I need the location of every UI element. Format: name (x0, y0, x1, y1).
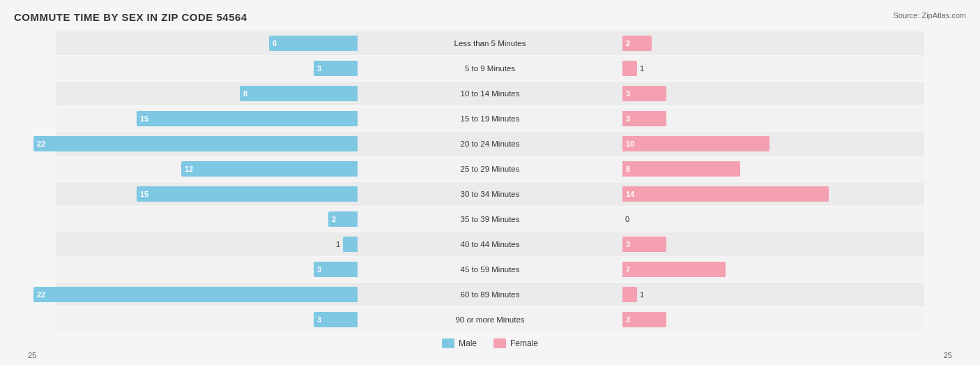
bottom-row: 25 Male Female 25 (14, 338, 966, 359)
center-label: 40 to 44 Minutes (424, 240, 556, 248)
male-value-inside: 8 (243, 89, 247, 98)
male-bar: 3 (314, 61, 358, 76)
bars-area: 6 Less than 5 Minutes 2 (14, 31, 966, 332)
male-value-inside: 6 (273, 39, 277, 47)
row-inner: 3 45 to 59 Minutes 7 (56, 258, 924, 281)
right-section: 14 (622, 186, 829, 202)
male-bar: 12 (181, 161, 358, 177)
male-value-inside: 12 (185, 165, 193, 173)
center-label: 90 or more Minutes (424, 315, 556, 324)
right-section: 8 (622, 161, 740, 177)
male-bar (343, 237, 358, 252)
left-section: 2 (0, 211, 358, 227)
right-section: 3 (622, 237, 666, 252)
row-inner: 3 5 to 9 Minutes 1 (56, 57, 924, 80)
left-section: 3 (0, 61, 358, 76)
female-value-inside: 3 (626, 240, 630, 248)
center-label: 15 to 19 Minutes (424, 114, 556, 123)
row-inner: 8 10 to 14 Minutes 3 (56, 82, 924, 105)
bar-row: 6 Less than 5 Minutes 2 (56, 31, 924, 55)
female-bar: 2 (622, 36, 652, 51)
female-bar: 3 (622, 86, 666, 101)
row-inner: 12 25 to 29 Minutes 8 (56, 157, 924, 181)
female-value-inside: 2 (626, 39, 630, 47)
center-label: 25 to 29 Minutes (424, 165, 556, 173)
male-label: Male (459, 338, 477, 348)
right-section: 3 (622, 312, 666, 327)
row-inner: 3 90 or more Minutes 3 (56, 308, 924, 332)
female-bar: 3 (622, 111, 666, 126)
female-value: 1 (640, 64, 644, 73)
male-swatch (442, 338, 454, 348)
left-section: 12 (0, 161, 358, 177)
male-bar: 3 (314, 262, 358, 277)
male-value: 1 (336, 240, 340, 248)
male-value-inside: 3 (317, 64, 321, 73)
chart-title: COMMUTE TIME BY SEX IN ZIP CODE 54564 (14, 11, 247, 23)
left-section: 1 (0, 237, 358, 252)
left-section: 15 (0, 186, 358, 202)
source-text: Source: ZipAtlas.com (893, 11, 966, 20)
row-inner: 22 60 to 89 Minutes 1 (56, 283, 924, 306)
title-row: COMMUTE TIME BY SEX IN ZIP CODE 54564 So… (14, 11, 966, 23)
center-label: Less than 5 Minutes (424, 39, 556, 47)
male-bar: 15 (137, 111, 358, 126)
axis-label-right: 25 (944, 351, 952, 359)
male-value-inside: 15 (140, 114, 148, 123)
right-section: 3 (622, 86, 666, 101)
center-label: 60 to 89 Minutes (424, 290, 556, 299)
left-section: 22 (0, 136, 358, 151)
female-bar: 10 (622, 136, 770, 151)
female-value-inside: 10 (626, 140, 634, 148)
row-inner: 22 20 to 24 Minutes 10 (56, 132, 924, 156)
female-value-inside: 3 (626, 315, 630, 324)
female-bar: 8 (622, 161, 740, 177)
female-bar: 14 (622, 186, 829, 202)
female-bar: 3 (622, 237, 666, 252)
left-section: 22 (0, 287, 358, 302)
center-label: 30 to 34 Minutes (424, 190, 556, 198)
female-swatch (493, 338, 506, 348)
male-bar: 22 (33, 287, 358, 302)
bar-row: 3 5 to 9 Minutes 1 (56, 57, 924, 80)
female-bar: 7 (622, 262, 726, 277)
female-value-inside: 3 (626, 114, 630, 123)
male-value-inside: 15 (140, 190, 148, 198)
bar-row: 15 15 to 19 Minutes 3 (56, 107, 924, 131)
legend-female: Female (493, 338, 538, 348)
row-inner: 2 35 to 39 Minutes 0 (56, 207, 924, 231)
bar-row: 3 45 to 59 Minutes 7 (56, 258, 924, 281)
bar-row: 12 25 to 29 Minutes 8 (56, 157, 924, 181)
center-label: 10 to 14 Minutes (424, 89, 556, 98)
center-label: 20 to 24 Minutes (424, 140, 556, 148)
legend-male: Male (442, 338, 477, 348)
male-bar: 8 (240, 86, 358, 101)
bar-row: 3 90 or more Minutes 3 (56, 308, 924, 332)
female-bar (622, 287, 637, 302)
bar-row: 22 60 to 89 Minutes 1 (56, 283, 924, 306)
female-bar (622, 61, 637, 76)
left-section: 3 (0, 312, 358, 327)
left-section: 15 (0, 111, 358, 126)
bar-row: 22 20 to 24 Minutes 10 (56, 132, 924, 156)
right-section: 1 (622, 287, 637, 302)
female-value-inside: 7 (626, 265, 630, 274)
row-inner: 15 15 to 19 Minutes 3 (56, 107, 924, 131)
right-section: 10 (622, 136, 770, 151)
female-value-inside: 14 (626, 190, 634, 198)
center-label: 45 to 59 Minutes (424, 265, 556, 274)
right-section: 3 (622, 111, 666, 126)
right-section: 1 (622, 61, 637, 76)
male-value-inside: 22 (37, 290, 45, 299)
male-value-inside: 22 (37, 140, 45, 148)
female-value: 0 (625, 215, 629, 223)
center-label: 5 to 9 Minutes (424, 64, 556, 73)
male-bar: 3 (314, 312, 358, 327)
male-bar: 22 (33, 136, 358, 151)
male-value-inside: 3 (317, 315, 321, 324)
row-inner: 1 40 to 44 Minutes 3 (56, 232, 924, 256)
row-inner: 15 30 to 34 Minutes 14 (56, 182, 924, 206)
bar-row: 15 30 to 34 Minutes 14 (56, 182, 924, 206)
male-bar: 6 (269, 36, 358, 51)
male-value-inside: 2 (332, 215, 336, 223)
